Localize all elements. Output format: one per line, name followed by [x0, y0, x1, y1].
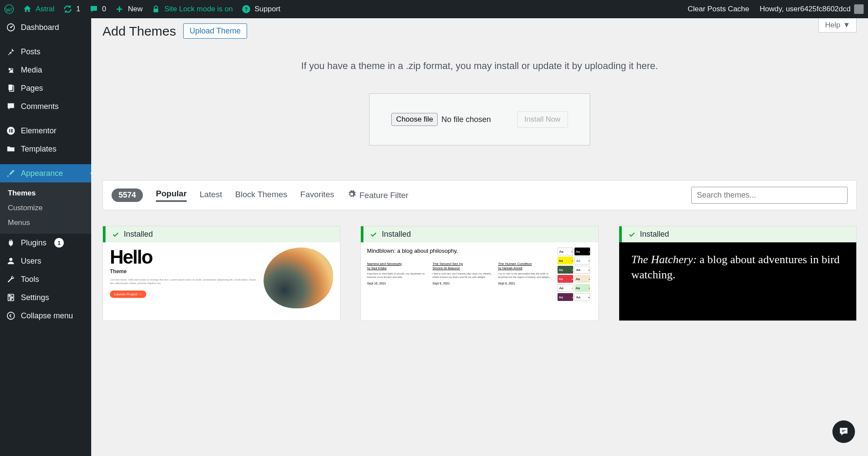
svg-rect-10 — [9, 129, 10, 132]
menu-plugins-label: Plugins — [21, 238, 46, 248]
support-link[interactable]: ? Support — [241, 4, 281, 14]
pages-icon — [6, 83, 16, 93]
menu-pages[interactable]: Pages — [0, 79, 91, 97]
upload-box: Choose file No file chosen Install Now — [369, 93, 590, 145]
upload-theme-button[interactable]: Upload Theme — [183, 23, 248, 39]
preview-title: The Hatchery: a blog about adventures in… — [631, 252, 844, 282]
svg-rect-11 — [11, 129, 13, 130]
svg-point-6 — [9, 68, 11, 70]
site-lock-link[interactable]: Site Lock mode is on — [151, 4, 233, 14]
wp-logo[interactable] — [4, 4, 14, 14]
site-lock-label: Site Lock mode is on — [164, 5, 233, 13]
menu-elementor[interactable]: Elementor — [0, 122, 91, 140]
theme-card[interactable]: Installed Hello Theme I am text block. C… — [102, 226, 340, 321]
chevron-down-icon: ▼ — [843, 21, 850, 30]
admin-toolbar: Astral 1 0 New Site Lock mode is on ? Su… — [0, 0, 868, 18]
support-label: Support — [254, 5, 281, 13]
tab-popular[interactable]: Popular — [156, 189, 187, 202]
feature-filter-label: Feature Filter — [360, 191, 409, 200]
wrench-icon — [6, 274, 16, 284]
updates-link[interactable]: 1 — [63, 4, 80, 14]
menu-posts[interactable]: Posts — [0, 43, 91, 61]
comments-link[interactable]: 0 — [89, 4, 106, 14]
clear-cache-link[interactable]: Clear Posts Cache — [688, 5, 749, 13]
theme-preview: Mindblown: a blog about philosophy. Nami… — [361, 242, 598, 321]
menu-templates-label: Templates — [21, 145, 56, 154]
menu-appearance[interactable]: Appearance — [0, 164, 91, 182]
installed-label: Installed — [124, 230, 153, 239]
installed-label: Installed — [640, 230, 669, 239]
themes-grid: Installed Hello Theme I am text block. C… — [102, 226, 857, 321]
plus-icon — [115, 4, 124, 14]
submenu-customize[interactable]: Customize — [0, 201, 91, 215]
tab-favorites[interactable]: Favorites — [300, 190, 334, 201]
svg-point-5 — [10, 26, 12, 28]
preview-title: Mindblown: a blog about philosophy. — [367, 248, 557, 254]
tab-block-themes[interactable]: Block Themes — [235, 190, 287, 201]
howdy-text: Howdy, user6425fc8602dcd — [760, 5, 851, 13]
choose-file-button[interactable]: Choose file — [391, 113, 438, 126]
site-name-link[interactable]: Astral — [23, 4, 54, 14]
menu-media[interactable]: Media — [0, 61, 91, 79]
site-name: Astral — [36, 5, 54, 13]
submenu-themes[interactable]: Themes — [0, 186, 91, 201]
preview-subtitle: Theme — [110, 268, 258, 274]
tab-latest[interactable]: Latest — [200, 190, 222, 201]
check-icon — [370, 231, 377, 238]
menu-users[interactable]: Users — [0, 252, 91, 270]
help-tab[interactable]: Help ▼ — [818, 18, 857, 33]
help-icon: ? — [241, 4, 251, 14]
svg-text:?: ? — [244, 6, 248, 13]
preview-title: Hello — [110, 248, 258, 267]
install-now-button[interactable]: Install Now — [517, 111, 568, 128]
theme-preview: The Hatchery: a blog about adventures in… — [619, 242, 856, 321]
appearance-submenu: Themes Customize Menus — [0, 182, 91, 234]
updates-icon — [63, 4, 73, 14]
brush-icon — [6, 169, 16, 178]
gear-icon — [347, 190, 356, 201]
theme-card[interactable]: Installed The Hatchery: a blog about adv… — [619, 226, 857, 321]
help-label: Help — [825, 21, 840, 30]
page-header: Add Themes Upload Theme Help ▼ — [102, 23, 857, 39]
feature-filter-button[interactable]: Feature Filter — [347, 190, 409, 201]
menu-dashboard[interactable]: Dashboard — [0, 18, 91, 36]
search-themes-input[interactable] — [691, 187, 848, 204]
check-icon — [628, 231, 636, 238]
new-content-link[interactable]: New — [115, 4, 142, 14]
installed-badge: Installed — [103, 226, 340, 242]
menu-comments[interactable]: Comments — [0, 97, 91, 116]
svg-point-17 — [11, 297, 13, 298]
svg-point-14 — [9, 258, 12, 261]
page-title: Add Themes — [102, 24, 176, 39]
menu-dashboard-label: Dashboard — [21, 23, 59, 32]
sliders-icon — [6, 293, 16, 302]
svg-point-19 — [7, 312, 15, 320]
theme-preview: Hello Theme I am text block. Click edit … — [103, 242, 340, 321]
menu-collapse[interactable]: Collapse menu — [0, 307, 91, 325]
file-status: No file chosen — [441, 115, 491, 124]
user-icon — [6, 256, 16, 266]
home-icon — [23, 4, 32, 14]
pin-icon — [6, 47, 16, 56]
menu-posts-label: Posts — [21, 47, 40, 56]
menu-pages-label: Pages — [21, 84, 43, 93]
upload-message: If you have a theme in a .zip format, yo… — [102, 60, 857, 72]
menu-tools[interactable]: Tools — [0, 270, 91, 288]
installed-badge: Installed — [361, 226, 598, 242]
plugins-badge: 1 — [54, 238, 64, 248]
svg-rect-13 — [11, 132, 13, 132]
menu-templates[interactable]: Templates — [0, 140, 91, 158]
comment-icon — [89, 4, 99, 14]
collapse-icon — [6, 311, 16, 321]
menu-settings[interactable]: Settings — [0, 288, 91, 307]
lock-icon — [151, 4, 161, 14]
menu-users-label: Users — [21, 257, 41, 266]
submenu-menus[interactable]: Menus — [0, 215, 91, 230]
theme-card[interactable]: Installed Mindblown: a blog about philos… — [360, 226, 598, 321]
theme-count: 5574 — [112, 188, 143, 202]
admin-sidebar: Dashboard Posts Media Pages Comments Ele… — [0, 18, 91, 332]
plug-icon — [6, 238, 16, 248]
account-link[interactable]: Howdy, user6425fc8602dcd — [760, 4, 864, 14]
menu-plugins[interactable]: Plugins 1 — [0, 234, 91, 252]
menu-tools-label: Tools — [21, 275, 39, 284]
